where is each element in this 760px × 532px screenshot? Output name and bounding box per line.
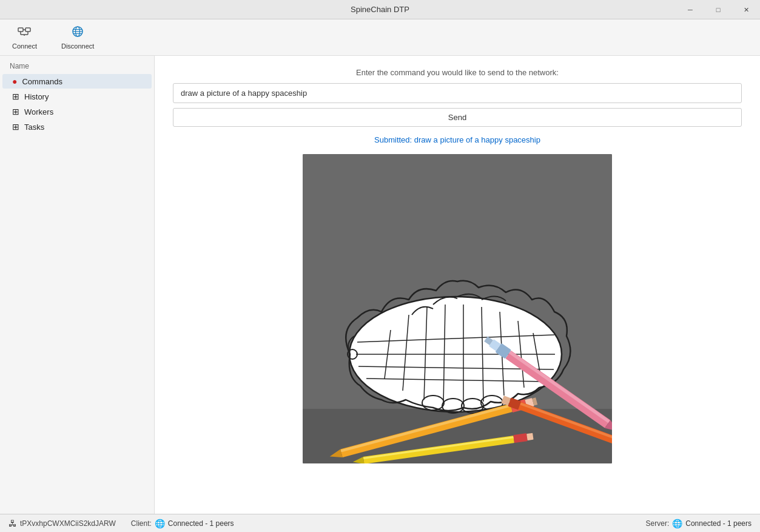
- svg-rect-0: [18, 28, 23, 32]
- sidebar-item-workers-label: Workers: [24, 107, 53, 116]
- result-image: [303, 154, 612, 463]
- client-globe-icon: 🌐: [155, 519, 165, 528]
- window-controls: ─ □ ✕: [676, 0, 760, 19]
- server-label: Server:: [646, 519, 670, 528]
- workers-icon: ⊞: [12, 107, 19, 116]
- tasks-icon: ⊞: [12, 122, 19, 132]
- send-button[interactable]: Send: [173, 108, 742, 127]
- svg-rect-44: [526, 433, 533, 440]
- submitted-value: draw a picture of a happy spaceship: [414, 135, 540, 144]
- sidebar-item-commands-label: Commands: [22, 77, 62, 86]
- history-icon: ⊞: [12, 92, 19, 101]
- disconnect-button[interactable]: Disconnect: [55, 22, 100, 53]
- commands-icon: ●: [12, 76, 17, 86]
- window-title: SpineChain DTP: [351, 5, 409, 14]
- sidebar-item-history[interactable]: ⊞ History: [2, 89, 152, 104]
- connect-button[interactable]: Connect: [6, 22, 43, 53]
- sidebar-item-tasks-label: Tasks: [24, 123, 44, 132]
- disconnect-label: Disconnect: [61, 42, 94, 50]
- sidebar-item-workers[interactable]: ⊞ Workers: [2, 104, 152, 119]
- client-id: tPXvxhpCWXMCiiS2kdJARW: [20, 519, 116, 528]
- connect-icon: [17, 25, 32, 41]
- sidebar-item-history-label: History: [24, 92, 49, 101]
- sidebar-item-commands[interactable]: ● Commands: [2, 74, 152, 89]
- main-layout: Name ● Commands ⊞ History ⊞ Workers ⊞ Ta…: [0, 56, 760, 514]
- sidebar-item-tasks[interactable]: ⊞ Tasks: [2, 120, 152, 134]
- sidebar: Name ● Commands ⊞ History ⊞ Workers ⊞ Ta…: [0, 56, 155, 514]
- status-right: Server: 🌐 Connected - 1 peers: [646, 519, 752, 528]
- titlebar: SpineChain DTP ─ □ ✕: [0, 0, 760, 19]
- client-status: Connected - 1 peers: [168, 519, 234, 528]
- submitted-prefix: Submitted:: [374, 135, 414, 144]
- content-area: Enter the command you would like to send…: [155, 56, 760, 514]
- disconnect-icon: [70, 25, 85, 41]
- toolbar: Connect Disconnect: [0, 19, 760, 56]
- prompt-label: Enter the command you would like to send…: [356, 68, 559, 77]
- minimize-button[interactable]: ─: [676, 0, 704, 19]
- client-id-icon: 🖧: [8, 519, 17, 528]
- svg-rect-1: [25, 28, 30, 32]
- close-button[interactable]: ✕: [732, 0, 760, 19]
- connect-label: Connect: [12, 42, 37, 50]
- status-left: 🖧 tPXvxhpCWXMCiiS2kdJARW Client: 🌐 Conne…: [8, 519, 234, 528]
- statusbar: 🖧 tPXvxhpCWXMCiiS2kdJARW Client: 🌐 Conne…: [0, 514, 760, 532]
- submitted-text: Submitted: draw a picture of a happy spa…: [374, 135, 540, 144]
- client-label: Client:: [131, 519, 152, 528]
- server-globe-icon: 🌐: [672, 519, 682, 528]
- command-input[interactable]: [173, 83, 742, 103]
- sidebar-header: Name: [0, 59, 154, 73]
- restore-button[interactable]: □: [704, 0, 732, 19]
- server-status: Connected - 1 peers: [685, 519, 752, 528]
